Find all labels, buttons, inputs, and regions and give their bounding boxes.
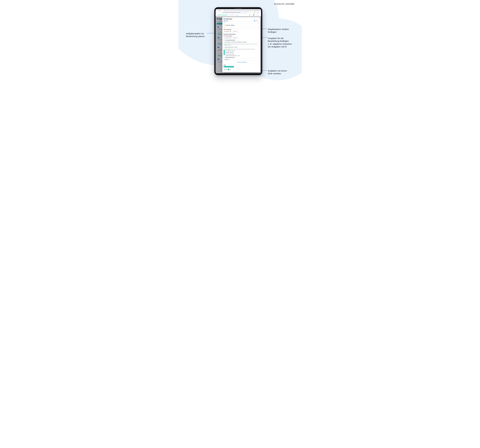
abgabe-date-input[interactable]: 06.04.2023 📅: [224, 30, 232, 33]
bezeichnung-input[interactable]: Diagramme: [224, 58, 259, 61]
check-loesungsweg-label: Lösungsweg zulassen?: [226, 50, 235, 51]
loesung-pref1: Präferierte Wahl: Wir gehen individuell …: [224, 44, 259, 46]
nav-dashboard-label: MEIN DASHBOARD: [219, 14, 227, 15]
callout-plan: Aufgabenpaket zur Bearbeitung planen: [186, 32, 205, 38]
url-text: app.studyly.com/#/class/8674/overview: [224, 12, 240, 13]
chevron-down-icon: ▾: [258, 22, 258, 23]
callout-prefs-l4: der Aufgaben mit KI: [268, 45, 292, 48]
freischalt-time-value: 08:50: [233, 37, 236, 38]
freischalt-date-value: 03.04.2023: [225, 37, 229, 38]
callout-prefs-l2: Bearbeitung festlegen: [268, 40, 292, 43]
calendar-icon: 📅: [230, 37, 231, 38]
loesung-select-2[interactable]: Solange Aufgaben bis X richtig. ▾: [224, 46, 259, 48]
info-icon[interactable]: i: [238, 55, 239, 56]
avatar-icon: [253, 14, 254, 16]
filter-pill-label: 1.2 Diagramme lesen: [226, 66, 233, 67]
loesung-select-1[interactable]: Jeder SchülerIn erhält auf sich abgestim…: [224, 41, 259, 43]
check-hinweise[interactable]: Hinweise zulassen?: [224, 52, 259, 53]
pref1-label: Präferierte Wahl:: [224, 44, 230, 44]
sliders-icon: ☷: [224, 40, 225, 41]
profile-icon[interactable]: ◧: [258, 12, 259, 13]
callout-prefs: Vorgaben für die Bearbeitung festlegen z…: [268, 37, 292, 48]
nav-tasks-label: MEINE AUFGABEN: [231, 14, 239, 15]
callout-plan-l2: Bearbeitung planen: [186, 35, 205, 38]
auswahl-row: Auswahl: 7/7: [224, 69, 259, 70]
browser-tab[interactable]: ❖ Studyly ×: [216, 10, 224, 11]
minus-icon: —: [235, 62, 236, 63]
menu-icon[interactable]: ⋮: [259, 12, 261, 13]
freischalt-date-input[interactable]: 03.04.2023 📅: [224, 37, 232, 39]
chevron-down-icon: ▾: [258, 42, 258, 43]
check-loesungsweg[interactable]: Lösungsweg zulassen?: [224, 50, 259, 51]
checkbox-icon: [224, 50, 225, 51]
anzahl-label: Anzahl der Aufgaben: [225, 25, 235, 26]
extensions-icon[interactable]: 🧩: [254, 12, 255, 13]
nav-tasks[interactable]: ▥ MEINE AUFGABEN: [228, 14, 240, 15]
check-versuche[interactable]: 2 Versuche erlauben?: [224, 54, 259, 55]
callout-deadline: Abgabedatum einfach festlegen: [268, 28, 289, 33]
pref2-label: Präferierte Wahl:: [224, 49, 230, 50]
nav-teacher[interactable]: T. Lehrer:in: [252, 14, 260, 16]
abgabe-label: Abgabedatum: [225, 29, 232, 30]
share-icon[interactable]: ⇪: [251, 12, 252, 13]
window-minimize-icon[interactable]: —: [255, 10, 257, 11]
nav-points[interactable]: 💠 0: [248, 14, 252, 15]
tab-close-icon[interactable]: ×: [222, 10, 223, 11]
star-icon[interactable]: ☆: [253, 12, 254, 13]
nav-home-icon[interactable]: ⌂: [221, 12, 221, 13]
filter-pill[interactable]: ▣ 1.2 Diagramme lesen: [224, 66, 234, 67]
gift-icon: 🎁: [224, 29, 225, 30]
tab-favicon-icon: ❖: [217, 10, 218, 11]
freischalt-time-input[interactable]: 08:50 🕒: [233, 37, 239, 39]
klasse-label: Klasse: [225, 20, 228, 21]
loesung-opt2: Solange Aufgaben bis X richtig.: [225, 47, 237, 48]
tag-icon: ▭: [224, 57, 225, 58]
people-icon: 👥: [224, 20, 225, 21]
new-tab-button[interactable]: +: [224, 10, 225, 11]
anzahl-select[interactable]: 4 ▾: [224, 26, 259, 28]
person-icon: 👤: [254, 20, 255, 21]
more-icon[interactable]: ⋮: [258, 20, 259, 21]
pref2-text: Dadurch werden alle individuell geförder…: [231, 49, 255, 50]
abgabe-time-value: 23:59: [233, 31, 236, 32]
checkbox-icon[interactable]: [228, 69, 229, 70]
loesung-opt1: Jeder SchülerIn erhält auf sich abgestim…: [225, 42, 247, 43]
unlock-calendar-icon: 📅: [224, 36, 225, 36]
klasse-select[interactable]: 7b ▾: [224, 21, 259, 24]
abgabe-time-input[interactable]: 23:59 🕒: [233, 30, 239, 33]
nav-points-value: 0: [251, 14, 251, 15]
tasks-icon: ▥: [229, 14, 230, 15]
nav-dashboard[interactable]: ▤ MEIN DASHBOARD: [216, 14, 228, 15]
lock-icon: 🔒: [223, 12, 224, 13]
window-maximize-icon[interactable]: ▢: [257, 10, 259, 11]
url-field[interactable]: 🔒 app.studyly.com/#/class/8674/overview: [222, 12, 249, 13]
translate-icon[interactable]: ☳: [249, 12, 251, 13]
nav-forward-icon[interactable]: →: [218, 12, 219, 13]
chevron-down-icon[interactable]: ⌄: [254, 10, 255, 11]
collapse-advanced[interactable]: — Erweiterte Einstellungen: [224, 61, 259, 63]
modal-close-button[interactable]: ×: [257, 18, 259, 20]
klasse-value: 7b: [225, 22, 226, 23]
nav-reload-icon[interactable]: ⟳: [219, 12, 220, 13]
callout-prefs-l1: Vorgaben für die: [268, 37, 292, 40]
tally-icon: 卌: [224, 24, 225, 26]
window-close-icon[interactable]: ×: [259, 10, 261, 11]
auswahl-label: Auswahl:: [224, 69, 227, 70]
download-icon[interactable]: ⤓: [256, 12, 257, 13]
freischalt-label: Freischaltdatum: [225, 36, 233, 36]
clock-icon: 🕒: [236, 31, 238, 32]
check-wiederholen-label: Aufgabenpaket wiederholen?: [226, 55, 238, 56]
app-top-nav: ▤ MEIN DASHBOARD ▥ MEINE AUFGABEN 💠 0 T.…: [216, 14, 261, 16]
auswahl-count: 7/7: [230, 69, 231, 70]
nav-back-icon[interactable]: ←: [216, 12, 217, 13]
browser-tab-bar: ❖ Studyly × + ⌄ — ▢ ×: [216, 9, 261, 11]
browser-address-bar: ← → ⟳ ⌂ 🔒 app.studyly.com/#/class/8674/o…: [216, 11, 261, 14]
settings-modal: Einstellungen × 👥 Klasse 👤 27/27 ⋮ 7b ▾: [222, 17, 260, 72]
chevron-down-icon: ▾: [258, 27, 258, 28]
check-wiederholen[interactable]: Aufgabenpaket wiederholen? i: [224, 55, 259, 56]
tablet-device: ❖ Studyly × + ⌄ — ▢ × ← → ⟳ ⌂ 🔒: [214, 7, 262, 75]
callout-prefs-l3: z. B. adaptives Zuweisen: [268, 43, 292, 45]
klasse-count: 27/27: [255, 20, 258, 21]
audience-label: Ansicht für Lehrkräfte: [274, 3, 295, 5]
modal-title: Einstellungen: [224, 18, 232, 20]
